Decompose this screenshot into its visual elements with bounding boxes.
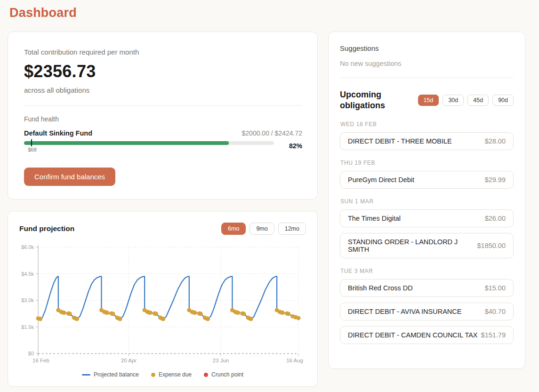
legend-label: Crunch point xyxy=(211,371,243,378)
legend-label: Expense due xyxy=(159,371,192,378)
legend-item-expense-due: Expense due xyxy=(151,371,192,378)
svg-text:20 Apr: 20 Apr xyxy=(121,358,137,363)
expense-due-dot xyxy=(296,316,300,320)
obligation-row[interactable]: British Red Cross DD$15.00 xyxy=(340,279,514,297)
obligation-row[interactable]: PureGym Direct Debit$29.99 xyxy=(340,171,514,189)
obligation-amount: $26.00 xyxy=(485,215,506,222)
fund-projection-chart: $0$1.5k$3.0k$4.5k$6.0k16 Feb20 Apr23 Jun… xyxy=(18,241,307,367)
obligations-list: WED 18 FEBDIRECT DEBIT - THREE MOBILE$28… xyxy=(340,121,514,344)
svg-text:16 Feb: 16 Feb xyxy=(32,358,49,363)
contribution-subtitle: Total contribution required per month xyxy=(24,48,302,56)
fund-percent: 82% xyxy=(282,142,302,150)
contribution-summary-card: Total contribution required per month $2… xyxy=(8,32,318,200)
svg-text:$4.5k: $4.5k xyxy=(21,271,34,277)
range-chip-9mo[interactable]: 9mo xyxy=(249,223,274,235)
svg-text:$6.0k: $6.0k xyxy=(21,244,34,250)
projection-chart-svg: $0$1.5k$3.0k$4.5k$6.0k16 Feb20 Apr23 Jun… xyxy=(18,241,307,365)
obligation-amount: $15.00 xyxy=(485,284,506,292)
svg-text:$1.5k: $1.5k xyxy=(21,324,34,330)
suggestions-obligations-card: Suggestions No new suggestions Upcoming … xyxy=(328,32,525,369)
obligation-date-header: SUN 1 MAR xyxy=(340,198,514,205)
expense-due-dot xyxy=(118,317,122,321)
fund-projection-title: Fund projection xyxy=(19,224,74,233)
page-title: Dashboard xyxy=(9,6,525,20)
obligation-row[interactable]: The Times Digital$26.00 xyxy=(340,209,514,227)
legend-label: Projected balance xyxy=(94,371,139,378)
progress-fill xyxy=(24,141,229,145)
obligation-row[interactable]: DIRECT DEBIT - AVIVA INSURANCE$40.70 xyxy=(340,303,514,320)
obligation-amount: $40.70 xyxy=(485,308,506,315)
expense-due-dot xyxy=(105,311,109,315)
fund-health-label: Fund health xyxy=(24,115,302,123)
expense-due-dot xyxy=(148,311,153,315)
expense-due-dot xyxy=(193,311,197,315)
svg-text:23 Jun: 23 Jun xyxy=(213,358,229,363)
obligation-date-header: WED 18 FEB xyxy=(340,121,514,128)
obligation-amount: $29.99 xyxy=(485,176,506,184)
summary-divider xyxy=(24,105,302,106)
contribution-caption: across all obligations xyxy=(24,86,302,94)
expense-due-dot xyxy=(249,317,253,321)
expense-due-dot xyxy=(241,312,246,316)
suggestions-empty-text: No new suggestions xyxy=(340,60,514,67)
fund-progress-bar: $68 xyxy=(24,141,274,145)
expense-due-dot xyxy=(75,317,79,321)
dashboard-layout: Total contribution required per month $2… xyxy=(8,32,525,387)
obligation-name: PureGym Direct Debit xyxy=(348,176,414,184)
progress-marker-label: $68 xyxy=(28,147,36,152)
obligation-name: DIRECT DEBIT - CAMDEN COUNCIL TAX xyxy=(348,331,478,339)
fund-amounts: $2000.00 / $2424.72 xyxy=(242,129,302,137)
expense-due-dot xyxy=(62,311,66,315)
total-contribution-amount: $2356.73 xyxy=(24,62,302,81)
obligation-date-header: THU 19 FEB xyxy=(340,160,514,166)
legend-line-swatch xyxy=(82,374,90,376)
range-chip-6mo[interactable]: 6mo xyxy=(221,223,246,235)
right-panel-divider xyxy=(340,78,514,78)
expense-due-dot xyxy=(161,317,165,321)
legend-dot-swatch xyxy=(204,373,208,377)
legend-item-projected-balance: Projected balance xyxy=(82,371,139,378)
fund-name: Default Sinking Fund xyxy=(24,129,92,137)
svg-text:$3.0k: $3.0k xyxy=(21,297,34,303)
fund-projection-card: Fund projection 6mo9mo12mo $0$1.5k$3.0k$… xyxy=(8,211,318,387)
suggestions-title: Suggestions xyxy=(340,44,514,52)
expense-due-dot xyxy=(236,311,240,315)
obligation-date-header: TUE 3 MAR xyxy=(340,268,514,274)
obligations-window-toggle: 15d30d45d90d xyxy=(418,95,514,106)
obligation-name: DIRECT DEBIT - THREE MOBILE xyxy=(348,137,452,145)
legend-dot-swatch xyxy=(151,373,155,377)
expense-due-dot xyxy=(38,317,42,321)
projected-balance-line xyxy=(38,276,298,319)
upcoming-obligations-title: Upcoming obligations xyxy=(340,89,403,112)
obligation-amount: $1850.00 xyxy=(477,242,506,249)
expense-due-dot xyxy=(199,312,203,316)
svg-text:16 Aug: 16 Aug xyxy=(286,358,303,363)
legend-item-crunch-point: Crunch point xyxy=(204,371,243,378)
obligation-row[interactable]: STANDING ORDER - LANDLORD J SMITH$1850.0… xyxy=(340,233,514,258)
expense-due-dot xyxy=(286,312,290,316)
window-chip-90d[interactable]: 90d xyxy=(492,95,514,106)
obligation-name: The Times Digital xyxy=(348,215,401,222)
progress-marker xyxy=(31,139,32,146)
obligation-name: STANDING ORDER - LANDLORD J SMITH xyxy=(348,238,477,253)
window-chip-45d[interactable]: 45d xyxy=(467,95,489,106)
chart-legend: Projected balanceExpense dueCrunch point xyxy=(18,371,307,378)
obligation-row[interactable]: DIRECT DEBIT - THREE MOBILE$28.00 xyxy=(340,132,514,150)
progress-track xyxy=(24,141,274,145)
svg-text:$0: $0 xyxy=(28,351,34,356)
projection-range-toggle: 6mo9mo12mo xyxy=(221,223,306,235)
obligation-name: British Red Cross DD xyxy=(348,284,413,292)
expense-due-dot xyxy=(111,312,115,316)
expense-due-dot xyxy=(68,312,72,316)
confirm-fund-balances-button[interactable]: Confirm fund balances xyxy=(24,168,115,186)
range-chip-12mo[interactable]: 12mo xyxy=(278,223,306,235)
obligation-amount: $28.00 xyxy=(485,137,506,145)
window-chip-30d[interactable]: 30d xyxy=(442,95,464,106)
window-chip-15d[interactable]: 15d xyxy=(418,95,439,106)
obligation-amount: $151.79 xyxy=(481,331,506,339)
obligation-name: DIRECT DEBIT - AVIVA INSURANCE xyxy=(348,308,461,315)
obligation-row[interactable]: DIRECT DEBIT - CAMDEN COUNCIL TAX$151.79 xyxy=(340,326,514,344)
expense-due-dot xyxy=(206,317,210,321)
expense-due-dot xyxy=(154,312,158,316)
expense-due-dot xyxy=(281,311,285,315)
